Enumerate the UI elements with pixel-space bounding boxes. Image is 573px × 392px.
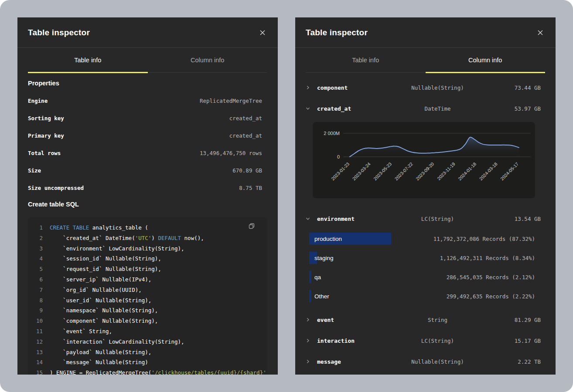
sql-code-text: `org_id` Nullable(UUID), <box>50 285 142 295</box>
sql-lines: 1CREATE TABLE analytics_table (2 `create… <box>35 223 260 375</box>
modal-title: Table inspector <box>306 28 368 37</box>
sql-code-text: `server_ip` Nullable(IPv4), <box>50 274 151 285</box>
line-number: 11 <box>35 326 43 337</box>
sql-code-line: 1CREATE TABLE analytics_table ( <box>35 223 260 233</box>
chevron-right-icon <box>306 359 317 364</box>
sql-code-text: `payload` Nullable(String), <box>50 347 151 358</box>
line-number: 13 <box>35 347 43 358</box>
column-name: component <box>317 84 396 91</box>
columns-list: component Nullable(String) 73.44 GB crea… <box>295 73 556 372</box>
column-type: Nullable(String) <box>396 84 480 91</box>
column-row[interactable]: message Nullable(String) 2.22 TB <box>306 351 545 372</box>
property-value: 13,496,476,750 rows <box>200 150 262 156</box>
svg-text:2023-03-24: 2023-03-24 <box>351 161 372 182</box>
column-row[interactable]: component Nullable(String) 73.44 GB <box>306 77 545 98</box>
sql-code-line: 13 `payload` Nullable(String), <box>35 347 260 358</box>
sql-code-line: 7 `org_id` Nullable(UUID), <box>35 285 260 295</box>
column-size: 2.22 TB <box>480 358 541 365</box>
sql-code-text: `namespace` Nullable(String), <box>50 305 158 316</box>
distribution-row: qa 286,545,035 Records (2.12%) <box>309 267 535 287</box>
line-number: 1 <box>35 223 43 233</box>
property-row: Size 670.89 GB <box>28 162 267 179</box>
chevron-right-icon <box>306 85 317 90</box>
distribution-row: Other 299,492,635 Records (2.22%) <box>309 287 535 306</box>
created-at-histogram: 2 000M02023-01-232023-03-242023-05-23202… <box>313 122 535 198</box>
sql-code-line: 2 `created_at` DateTime('UTC') DEFAULT n… <box>35 233 260 243</box>
sql-code-line: 10 `component` Nullable(String), <box>35 316 260 326</box>
column-type: DateTime <box>396 105 480 112</box>
svg-text:2024-03-18: 2024-03-18 <box>478 161 498 182</box>
sql-code-text: `message` Nullable(String) <box>50 357 148 368</box>
property-value: 8.75 TB <box>239 185 262 191</box>
sql-code-text: `environment` LowCardinality(String), <box>50 243 184 254</box>
column-name: environment <box>317 216 396 222</box>
tab-table-info[interactable]: Table info <box>306 48 426 72</box>
sql-code-line: 8 `user_id` Nullable(String), <box>35 295 260 306</box>
table-inspector-modal-column-info: Table inspector Table info Column info c… <box>295 17 556 375</box>
line-number: 9 <box>35 305 43 316</box>
distribution-value-label: qa <box>309 274 321 280</box>
line-number: 7 <box>35 285 43 295</box>
column-size: 15.17 GB <box>480 338 541 344</box>
property-value: created_at <box>229 115 262 122</box>
distribution-records-count: 11,792,372,086 Records (87.32%) <box>433 236 535 242</box>
close-icon[interactable] <box>258 28 267 37</box>
distribution-records-count: 1,126,492,311 Records (8.34%) <box>440 255 535 261</box>
column-type: Nullable(String) <box>396 358 480 365</box>
modal-header: Table inspector <box>295 17 556 48</box>
tab-bar: Table info Column info <box>306 48 545 73</box>
svg-text:2023-05-23: 2023-05-23 <box>372 161 393 182</box>
copy-icon[interactable] <box>247 222 256 230</box>
svg-text:0: 0 <box>337 154 340 159</box>
column-distribution-chart-panel: 2 000M02023-01-232023-03-242023-05-23202… <box>313 122 535 198</box>
chevron-right-icon <box>306 338 317 343</box>
column-name: created_at <box>317 105 396 112</box>
tab-table-info[interactable]: Table info <box>28 48 148 72</box>
sql-code-text: `interaction` LowCardinality(String), <box>50 337 184 347</box>
close-icon[interactable] <box>535 28 545 37</box>
sql-code-line: 14 `message` Nullable(String) <box>35 357 260 368</box>
column-type: String <box>396 317 480 323</box>
property-label: Total rows <box>28 150 61 156</box>
property-value: 670.89 GB <box>232 167 262 174</box>
svg-text:2024-05-17: 2024-05-17 <box>499 161 520 182</box>
column-size: 73.44 GB <box>480 84 541 91</box>
property-row: Primary key created_at <box>28 127 267 144</box>
distribution-value-label: Other <box>309 293 329 300</box>
svg-text:2023-01-23: 2023-01-23 <box>330 161 351 182</box>
property-value: created_at <box>229 132 262 139</box>
sql-code-line: 4 `session_id` Nullable(String), <box>35 253 260 264</box>
tab-column-info[interactable]: Column info <box>148 48 268 72</box>
sql-code-line: 9 `namespace` Nullable(String), <box>35 305 260 316</box>
column-row[interactable]: created_at DateTime 53.97 GB <box>306 98 545 119</box>
distribution-value-label: production <box>309 236 342 242</box>
modal-header: Table inspector <box>17 17 278 48</box>
sql-code-line: 11 `event` String, <box>35 326 260 337</box>
sql-code-text: `user_id` Nullable(String), <box>50 295 151 306</box>
property-label: Primary key <box>28 132 64 139</box>
distribution-row: staging 1,126,492,311 Records (8.34%) <box>309 248 535 267</box>
distribution-value-label: staging <box>309 255 334 261</box>
property-label: Size <box>28 167 41 174</box>
column-row[interactable]: event String 81.29 GB <box>306 309 545 330</box>
sql-code-text: `created_at` DateTime('UTC') DEFAULT now… <box>50 233 204 243</box>
line-number: 15 <box>35 368 43 375</box>
column-row[interactable]: interaction LC(String) 15.17 GB <box>306 330 545 351</box>
sql-code-text: `component` Nullable(String), <box>50 316 158 326</box>
column-row[interactable]: environment LC(String) 13.54 GB <box>306 208 545 229</box>
distribution-row: production 11,792,372,086 Records (87.32… <box>309 229 535 248</box>
sql-code-text: `request_id` Nullable(String), <box>50 264 161 274</box>
chevron-right-icon <box>306 318 317 322</box>
property-row: Engine ReplicatedMergeTree <box>28 92 267 109</box>
svg-text:2024-01-18: 2024-01-18 <box>457 161 478 182</box>
tab-column-info[interactable]: Column info <box>426 48 546 72</box>
table-info-content: Properties Engine ReplicatedMergeTree So… <box>17 80 278 375</box>
property-value: ReplicatedMergeTree <box>200 98 262 104</box>
line-number: 8 <box>35 295 43 306</box>
line-number: 4 <box>35 253 43 264</box>
sql-code-line: 3 `environment` LowCardinality(String), <box>35 243 260 254</box>
property-label: Engine <box>28 98 48 104</box>
sql-code-line: 12 `interaction` LowCardinality(String), <box>35 337 260 347</box>
sql-code-line: 5 `request_id` Nullable(String), <box>35 264 260 274</box>
svg-text:2023-07-22: 2023-07-22 <box>393 161 414 182</box>
